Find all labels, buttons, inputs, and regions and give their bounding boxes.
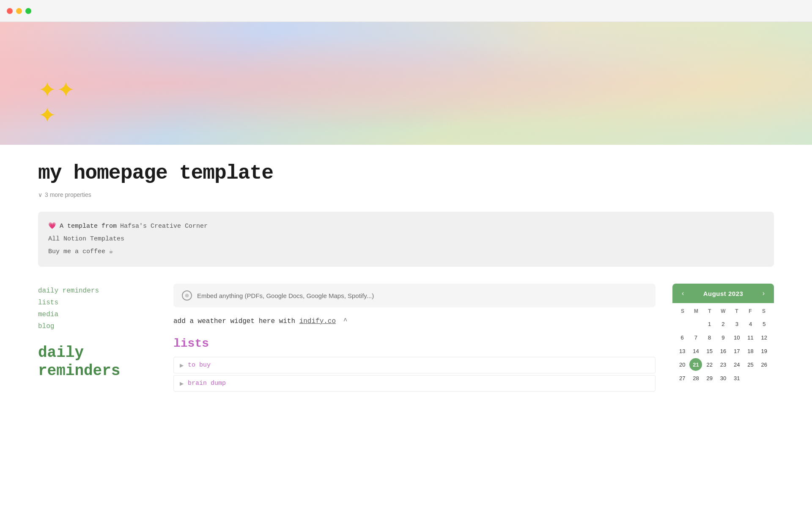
properties-toggle[interactable]: ∨ 3 more properties [38,191,774,198]
calendar-day[interactable]: 2 [717,318,730,330]
dow-s: S [676,306,689,316]
list-item-label-2: brain dump [188,380,226,387]
calendar-day[interactable]: 29 [703,372,716,384]
calendar-day[interactable]: 22 [703,358,716,371]
calendar-day[interactable]: 5 [758,318,771,330]
chevron-down-icon: ∨ [38,191,42,198]
calendar-widget: ‹ August 2023 › S M T W T F S 1234567891… [672,284,774,388]
sidebar-item-lists[interactable]: lists [38,299,156,306]
calendar-day[interactable]: 20 [676,358,689,371]
three-col-layout: daily reminders lists media blog dailyre… [38,284,774,393]
intro-text: A template from [60,220,117,233]
calendar-day [758,372,771,384]
hero-banner: ✦✦✦ [0,22,812,145]
calendar-header: ‹ August 2023 › [672,284,774,303]
dow-m: M [689,306,703,316]
page-title: my homepage template [38,162,774,185]
calendar-day[interactable]: 4 [744,318,757,330]
weather-line: add a weather widget here with indify.co… [173,318,656,325]
weather-text: add a weather widget here with [173,318,295,325]
calendar-day[interactable]: 27 [676,372,689,384]
sidebar-item-blog[interactable]: blog [38,323,156,330]
calendar-days: 1234567891011121314151617181920212223242… [676,318,771,384]
calendar-day[interactable]: 16 [717,345,730,357]
calendar-day[interactable]: 25 [744,358,757,371]
sidebar-nav: daily reminders lists media blog dailyre… [38,284,156,380]
list-arrow-icon: ▶ [180,362,184,368]
calendar-day[interactable]: 1 [703,318,716,330]
calendar-day [744,372,757,384]
dow-t1: T [703,306,716,316]
calendar-day [676,318,689,330]
calendar-day[interactable]: 13 [676,345,689,357]
center-content: ⊗ Embed anything (PDFs, Google Docs, Goo… [173,284,656,393]
calendar-days-of-week: S M T W T F S [676,306,771,316]
calendar-prev-button[interactable]: ‹ [679,289,686,298]
indify-link[interactable]: indify.co [299,318,336,325]
list-item-to-buy[interactable]: ▶ to buy [173,357,656,373]
embed-placeholder: Embed anything (PDFs, Google Docs, Googl… [197,292,374,299]
list-item-brain-dump[interactable]: ▶ brain dump [173,375,656,392]
calendar-day[interactable]: 30 [717,372,730,384]
caret-icon: ^ [343,318,348,325]
calendar-day[interactable]: 9 [717,331,730,344]
sparkle-icon: ✦✦✦ [38,77,75,128]
calendar-day[interactable]: 19 [758,345,771,357]
calendar-day[interactable]: 23 [717,358,730,371]
calendar-day[interactable]: 10 [730,331,743,344]
dow-t2: T [730,306,743,316]
calendar-day [689,318,702,330]
calendar-day[interactable]: 28 [689,372,702,384]
all-templates-link[interactable]: All Notion Templates [48,233,764,246]
calendar-day[interactable]: 7 [689,331,702,344]
titlebar [0,0,812,22]
sidebar-item-media[interactable]: media [38,311,156,318]
info-box: 💗 A template from Hafsa's Creative Corne… [38,212,774,267]
calendar-day[interactable]: 12 [758,331,771,344]
sidebar-item-daily-reminders[interactable]: daily reminders [38,287,156,295]
calendar-day[interactable]: 17 [730,345,743,357]
lists-section-title: lists [173,337,656,350]
buy-coffee-link[interactable]: Buy me a coffee ☕ [48,246,764,258]
list-item-label: to buy [188,362,211,369]
dow-s2: S [757,306,771,316]
info-header: 💗 A template from Hafsa's Creative Corne… [48,220,764,233]
main-content: my homepage template ∨ 3 more properties… [0,145,812,410]
calendar-day[interactable]: 31 [730,372,743,384]
heart-emoji: 💗 [48,220,56,233]
calendar-day[interactable]: 15 [703,345,716,357]
properties-label: 3 more properties [45,191,91,198]
calendar-month-year: August 2023 [703,290,743,297]
calendar-day[interactable]: 6 [676,331,689,344]
close-button[interactable] [7,8,13,14]
dow-f: F [743,306,757,316]
calendar-next-button[interactable]: › [760,289,767,298]
creator-name: Hafsa's Creative Corner [120,220,208,233]
embed-box[interactable]: ⊗ Embed anything (PDFs, Google Docs, Goo… [173,284,656,307]
embed-icon: ⊗ [182,290,192,301]
daily-reminders-heading: dailyreminders [38,344,156,380]
calendar-day[interactable]: 18 [744,345,757,357]
calendar-day[interactable]: 11 [744,331,757,344]
minimize-button[interactable] [16,8,22,14]
calendar-grid: S M T W T F S 12345678910111213141516171… [672,303,774,388]
calendar-day[interactable]: 26 [758,358,771,371]
calendar-day[interactable]: 3 [730,318,743,330]
maximize-button[interactable] [25,8,31,14]
calendar-day[interactable]: 14 [689,345,702,357]
calendar-day[interactable]: 8 [703,331,716,344]
dow-w: W [716,306,730,316]
list-arrow-icon-2: ▶ [180,381,184,387]
calendar-day[interactable]: 21 [689,358,702,371]
calendar-day[interactable]: 24 [730,358,743,371]
